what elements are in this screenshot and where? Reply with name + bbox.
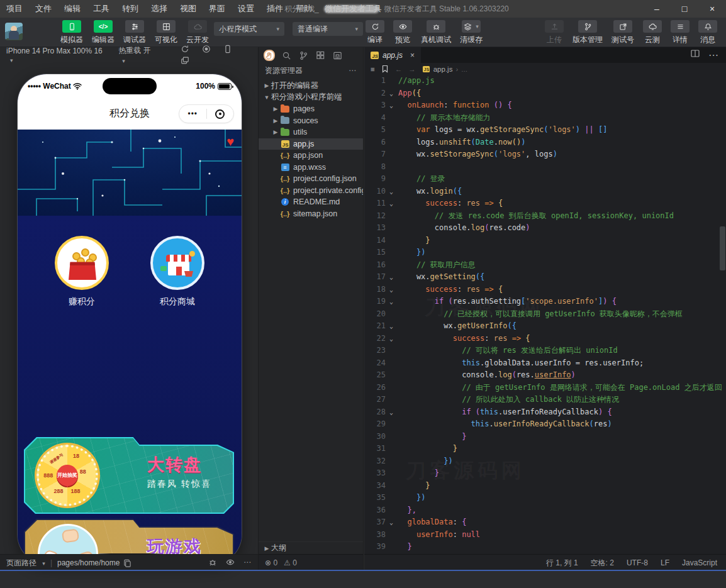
nav-forward-icon[interactable]: → bbox=[408, 65, 416, 73]
outline-section[interactable]: ▶ 大纲 bbox=[259, 541, 363, 554]
dropdown-普通编译[interactable]: 普通编译▾ bbox=[293, 22, 363, 36]
chevron-icon[interactable]: ▶ bbox=[262, 82, 271, 89]
menu-文件[interactable]: 文件 bbox=[29, 0, 58, 18]
toolbar-button-编译[interactable]: 编译 bbox=[366, 20, 384, 45]
hot-reload-toggle[interactable]: 热重载 开 ▾ bbox=[118, 45, 158, 65]
nav-back-icon[interactable]: ← bbox=[395, 65, 403, 73]
copy-path-icon[interactable] bbox=[123, 559, 131, 567]
capsule-more-button[interactable]: ••• bbox=[179, 109, 206, 118]
tree-item-积分游戏小程序前端[interactable]: ▼积分游戏小程序前端 bbox=[259, 92, 363, 104]
fold-chevron-icon[interactable]: ⌄ bbox=[386, 333, 397, 345]
tab-close-icon[interactable]: × bbox=[410, 51, 415, 60]
lucky-wheel-banner[interactable]: 开始抽奖 谢谢参与1888888288188 大转盘 踏春风 转惊喜 bbox=[24, 437, 234, 514]
capsule-close-button[interactable] bbox=[207, 109, 234, 119]
tree-item-app.json[interactable]: {..}app.json bbox=[259, 150, 363, 162]
fold-chevron-icon[interactable]: ⌄ bbox=[386, 406, 397, 419]
phoneframe-icon[interactable] bbox=[223, 44, 233, 54]
chevron-icon[interactable]: ▶ bbox=[271, 129, 280, 135]
fold-chevron-icon[interactable]: ⌄ bbox=[386, 186, 397, 198]
menu-工具[interactable]: 工具 bbox=[87, 0, 116, 18]
status--1-1[interactable]: 行 1, 列 1 bbox=[546, 558, 578, 569]
split-editor-icon[interactable] bbox=[691, 49, 700, 58]
status-LF[interactable]: LF bbox=[661, 558, 669, 567]
fold-chevron-icon[interactable]: ⌄ bbox=[386, 87, 397, 100]
chevron-icon[interactable]: ▶ bbox=[271, 106, 280, 112]
npm-icon[interactable] bbox=[332, 50, 343, 61]
toolbar-button-预览[interactable]: 预览 bbox=[393, 20, 412, 45]
code-area[interactable]: 刀客源码网 刀客源码网 1//app.js2⌄App({3⌄ onLaunch:… bbox=[364, 75, 726, 554]
hand-icon[interactable] bbox=[264, 50, 275, 61]
moretxt-icon[interactable]: ⋯ bbox=[243, 558, 252, 569]
explorer-more-button[interactable]: ⋯ bbox=[349, 66, 357, 75]
earn-points-entry[interactable]: 赚积分 bbox=[55, 236, 109, 308]
bookmark-icon[interactable] bbox=[381, 65, 389, 73]
tree-item-souces[interactable]: ▶souces bbox=[259, 115, 363, 127]
git-icon[interactable] bbox=[298, 50, 309, 61]
toolbar-button-清缓存[interactable]: ▾清缓存 bbox=[460, 20, 483, 45]
fold-chevron-icon[interactable]: ⌄ bbox=[386, 271, 397, 284]
tree-item-project.config.json[interactable]: {..}project.config.json bbox=[259, 173, 363, 185]
search-icon[interactable] bbox=[281, 50, 292, 61]
maximize-button[interactable]: □ bbox=[671, 0, 698, 18]
editor-more-icon[interactable]: ⋯ bbox=[708, 49, 718, 61]
toolbar-button-可视化[interactable]: 可视化 bbox=[155, 20, 177, 45]
chevron-icon[interactable]: ▶ bbox=[271, 118, 280, 124]
status-JavaScript[interactable]: JavaScript bbox=[682, 558, 717, 567]
close-button[interactable]: × bbox=[698, 0, 726, 18]
windows-icon[interactable] bbox=[180, 55, 190, 65]
error-count[interactable]: ⊗ 0 bbox=[265, 558, 277, 567]
tree-item-app.wxss[interactable]: ≡app.wxss bbox=[259, 162, 363, 174]
line-number: 19 bbox=[364, 296, 386, 308]
toolbar-button-调试器[interactable]: 调试器 bbox=[123, 20, 146, 45]
fold-chevron-icon[interactable]: ⌄ bbox=[386, 284, 397, 296]
device-selector[interactable]: iPhone 14 Pro Max 100% 16 ▾ bbox=[6, 47, 108, 64]
fold-chevron-icon[interactable]: ⌄ bbox=[386, 197, 397, 210]
menu-视图[interactable]: 视图 bbox=[174, 0, 203, 18]
menu-选择[interactable]: 选择 bbox=[145, 0, 174, 18]
toolbar-button-模拟器[interactable]: 模拟器 bbox=[60, 20, 83, 45]
tree-item-utils[interactable]: ▶utils bbox=[259, 126, 363, 138]
toolbar-button-版本管理[interactable]: 版本管理 bbox=[572, 20, 603, 45]
tree-item-打开的编辑器[interactable]: ▶打开的编辑器 bbox=[259, 80, 363, 92]
fold-chevron-icon[interactable]: ⌄ bbox=[386, 296, 397, 308]
tab-appjs[interactable]: JS app.js × bbox=[364, 47, 421, 63]
tree-item-sitemap.json[interactable]: {..}sitemap.json bbox=[259, 208, 363, 220]
tree-item-project.private.config.js...[interactable]: {..}project.private.config.js... bbox=[259, 185, 363, 197]
toolbar-button-云测[interactable]: 云测 bbox=[643, 20, 662, 45]
toolbar-button-云开发[interactable]: 云开发 bbox=[186, 20, 209, 45]
bug-icon[interactable] bbox=[208, 558, 217, 569]
status--2[interactable]: 空格: 2 bbox=[591, 558, 614, 569]
fold-chevron-icon[interactable]: ⌄ bbox=[386, 516, 397, 529]
fold-chevron-icon[interactable]: ⌄ bbox=[386, 320, 397, 333]
menu-设置[interactable]: 设置 bbox=[232, 0, 260, 18]
breadcrumb[interactable]: JS app.js › ... bbox=[422, 65, 467, 73]
toolbar-button-消息[interactable]: 消息 bbox=[698, 20, 717, 45]
editor-scrollbar[interactable] bbox=[720, 226, 725, 270]
menu-项目[interactable]: 项目 bbox=[0, 0, 29, 18]
record-icon[interactable] bbox=[201, 44, 211, 54]
toolbar-button-真机调试[interactable]: 真机调试 bbox=[421, 20, 451, 45]
points-mall-entry[interactable]: 积分商城 bbox=[150, 236, 204, 308]
user-avatar[interactable] bbox=[5, 23, 23, 40]
refresh-icon[interactable] bbox=[180, 44, 190, 54]
tree-item-README.md[interactable]: iREADME.md bbox=[259, 196, 363, 208]
toolbar-button-上传[interactable]: 上传 bbox=[545, 20, 564, 45]
tree-item-pages[interactable]: ▶pages bbox=[259, 103, 363, 115]
warning-count[interactable]: ⚠ 0 bbox=[284, 558, 297, 567]
toolbar-button-测试号[interactable]: 测试号 bbox=[612, 20, 634, 45]
menu-转到[interactable]: 转到 bbox=[116, 0, 145, 18]
menu-编辑[interactable]: 编辑 bbox=[58, 0, 87, 18]
tree-item-app.js[interactable]: JSapp.js bbox=[259, 138, 363, 150]
status-UTF-8[interactable]: UTF-8 bbox=[627, 558, 648, 567]
page-path-selector[interactable]: 页面路径 ▾ bbox=[6, 558, 45, 569]
menu-界面[interactable]: 界面 bbox=[203, 0, 232, 18]
chevron-icon[interactable]: ▼ bbox=[262, 94, 271, 101]
fold-chevron-icon[interactable]: ⌄ bbox=[386, 99, 397, 112]
toolbar-button-编辑器[interactable]: </>编辑器 bbox=[92, 20, 114, 45]
minimize-button[interactable]: – bbox=[643, 0, 671, 18]
outline-list-icon[interactable]: ≡ bbox=[371, 65, 375, 73]
dropdown-小程序模式[interactable]: 小程序模式▾ bbox=[214, 22, 284, 36]
extensions-icon[interactable] bbox=[315, 50, 326, 61]
eye-icon[interactable] bbox=[226, 558, 235, 569]
toolbar-button-详情[interactable]: 详情 bbox=[671, 20, 690, 45]
